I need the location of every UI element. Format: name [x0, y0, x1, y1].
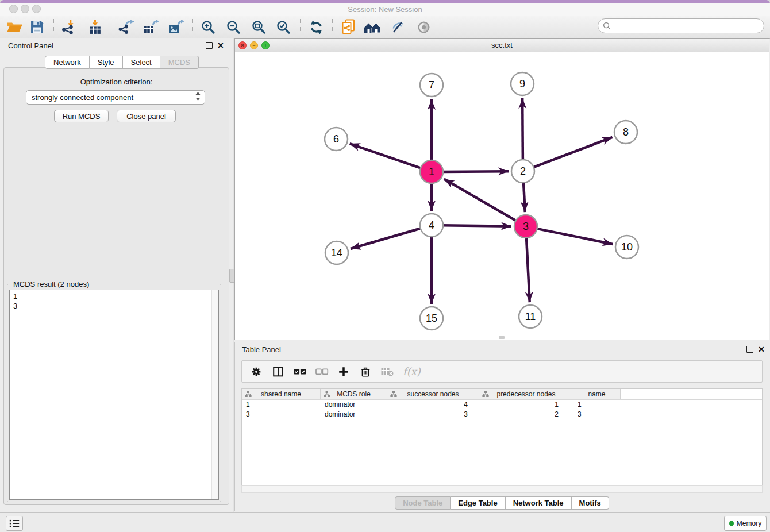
table-row[interactable]: 3dominator323 — [242, 410, 762, 419]
export-network-icon[interactable] — [116, 17, 136, 37]
table-row[interactable]: 1dominator411 — [242, 400, 762, 410]
add-row-icon[interactable] — [336, 364, 351, 379]
graph-edge-3-10[interactable] — [536, 229, 613, 244]
zoom-out-icon[interactable] — [224, 17, 243, 37]
column-header-shared-name[interactable]: shared name — [242, 389, 321, 399]
column-header-predecessor-nodes[interactable]: predecessor nodes — [479, 389, 573, 399]
table-cell[interactable]: 3 — [573, 410, 621, 419]
table-cell[interactable]: 3 — [242, 410, 321, 419]
mcds-result-text[interactable]: 13 — [9, 290, 219, 500]
show-columns-icon[interactable] — [271, 364, 286, 379]
graph-edge-2-3[interactable] — [523, 182, 525, 212]
tab-mcds[interactable]: MCDS — [160, 56, 199, 69]
close-table-panel-icon[interactable]: ✕ — [758, 346, 765, 352]
network-resize-grip[interactable] — [499, 336, 505, 339]
table-cell[interactable]: 1 — [479, 400, 573, 410]
task-list-icon — [9, 519, 20, 528]
column-header-MCDS-role[interactable]: MCDS role — [321, 389, 387, 399]
table-hscrollbar[interactable] — [241, 485, 763, 493]
hide-graphics-details-icon[interactable] — [388, 17, 407, 37]
zoom-fit-icon[interactable] — [249, 17, 268, 37]
column-header-name[interactable]: name — [573, 389, 621, 399]
tab-motifs[interactable]: Motifs — [572, 496, 609, 510]
tab-network-table[interactable]: Network Table — [506, 496, 572, 510]
graph-edge-3-1[interactable] — [444, 179, 517, 221]
table-cell[interactable]: 1 — [573, 400, 621, 410]
graph-edge-4-3[interactable] — [442, 225, 511, 226]
zoom-selected-icon[interactable] — [274, 17, 293, 37]
window-titlebar: Session: New Session — [0, 3, 770, 16]
graph-edge-2-9[interactable] — [522, 98, 523, 161]
table-toolbar: f(x) — [241, 360, 763, 383]
tab-style[interactable]: Style — [90, 56, 123, 69]
deselect-all-rows-icon[interactable] — [314, 364, 329, 379]
table-body: 1dominator4113dominator323 — [242, 400, 762, 419]
graph-node-9[interactable]: 9 — [511, 72, 534, 95]
float-table-panel-icon[interactable] — [746, 346, 753, 353]
graph-node-15[interactable]: 15 — [420, 307, 443, 330]
run-mcds-button[interactable]: Run MCDS — [54, 110, 109, 122]
graph-node-4[interactable]: 4 — [420, 214, 443, 237]
table-cell[interactable]: 4 — [387, 400, 479, 410]
column-type-icon — [482, 391, 489, 399]
tab-edge-table[interactable]: Edge Table — [451, 496, 505, 510]
close-panel-button[interactable]: Close panel — [117, 110, 176, 122]
save-session-icon[interactable] — [27, 17, 47, 37]
column-header-successor-nodes[interactable]: successor nodes — [387, 389, 479, 399]
table-cell[interactable]: dominator — [321, 410, 387, 419]
graph-node-6[interactable]: 6 — [325, 128, 348, 151]
graph-edge-3-11[interactable] — [526, 237, 530, 302]
export-table-icon[interactable] — [141, 17, 160, 37]
table-cell[interactable]: 3 — [387, 410, 479, 419]
column-type-icon — [324, 391, 330, 399]
column-label: MCDS role — [337, 390, 371, 398]
graph-node-3[interactable]: 3 — [514, 215, 537, 238]
graph-node-7[interactable]: 7 — [420, 74, 443, 97]
memory-button[interactable]: Memory — [724, 516, 767, 531]
graph-node-2[interactable]: 2 — [511, 160, 534, 183]
home-icon[interactable] — [363, 17, 382, 37]
show-graphics-details-icon[interactable] — [414, 17, 433, 37]
graph-edge-1-6[interactable] — [350, 144, 422, 168]
graph-node-14[interactable]: 14 — [325, 241, 348, 264]
graph-node-1[interactable]: 1 — [420, 160, 443, 183]
refresh-layout-icon[interactable] — [306, 17, 326, 37]
network-window-titlebar: ✕ − + scc.txt — [235, 39, 769, 52]
graph-edge-4-14[interactable] — [351, 228, 422, 249]
search-field — [598, 18, 764, 33]
graph-edge-1-2[interactable] — [442, 171, 509, 172]
search-input[interactable] — [598, 18, 764, 33]
close-panel-icon[interactable]: ✕ — [217, 43, 224, 48]
zoom-in-icon[interactable] — [198, 17, 218, 37]
graph-node-11[interactable]: 11 — [519, 305, 542, 328]
optimization-criterion-select[interactable]: strongly connected component — [26, 90, 205, 105]
tab-select[interactable]: Select — [123, 56, 160, 69]
graph-node-10[interactable]: 10 — [615, 236, 638, 259]
table-cell[interactable]: 2 — [479, 410, 573, 419]
table-cell[interactable]: 1 — [242, 400, 321, 410]
toolbar-separator — [300, 19, 301, 34]
function-builder-icon[interactable]: f(x) — [403, 365, 421, 377]
task-history-button[interactable] — [6, 516, 23, 531]
tab-node-table[interactable]: Node Table — [395, 496, 451, 510]
graph-edge-2-8[interactable] — [533, 137, 613, 168]
svg-text:15: 15 — [426, 313, 437, 324]
first-neighbors-icon[interactable] — [338, 17, 358, 37]
graph-node-8[interactable]: 8 — [614, 121, 637, 144]
control-panel: Control Panel ✕ NetworkStyleSelectMCDS O… — [0, 38, 233, 512]
delete-row-icon[interactable] — [358, 364, 373, 379]
open-session-icon[interactable] — [5, 17, 24, 37]
export-image-icon[interactable] — [166, 17, 186, 37]
tab-network[interactable]: Network — [45, 56, 90, 69]
table-settings-icon[interactable] — [249, 364, 264, 379]
import-table-icon[interactable] — [85, 17, 105, 37]
delete-table-icon[interactable] — [380, 364, 395, 379]
import-network-icon[interactable] — [59, 17, 78, 37]
float-panel-icon[interactable] — [206, 42, 213, 49]
svg-text:2: 2 — [520, 165, 526, 177]
network-graph[interactable]: 7968124314101511 — [235, 52, 769, 340]
table-cell[interactable]: dominator — [321, 400, 387, 410]
select-all-rows-icon[interactable] — [292, 364, 307, 379]
result-scrollbar[interactable] — [211, 290, 218, 499]
column-label: shared name — [261, 390, 301, 398]
